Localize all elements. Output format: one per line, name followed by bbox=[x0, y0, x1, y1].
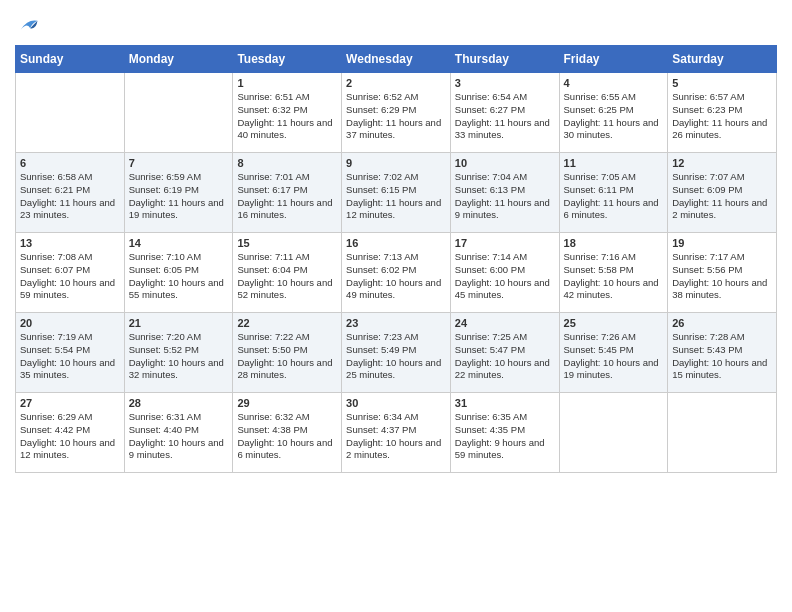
cell-content: Sunrise: 6:35 AMSunset: 4:35 PMDaylight:… bbox=[455, 411, 555, 462]
day-number: 28 bbox=[129, 397, 229, 409]
day-number: 15 bbox=[237, 237, 337, 249]
header-row: SundayMondayTuesdayWednesdayThursdayFrid… bbox=[16, 46, 777, 73]
cell-content: Sunrise: 7:25 AMSunset: 5:47 PMDaylight:… bbox=[455, 331, 555, 382]
day-number: 20 bbox=[20, 317, 120, 329]
day-number: 3 bbox=[455, 77, 555, 89]
day-number: 17 bbox=[455, 237, 555, 249]
cell-content: Sunrise: 6:34 AMSunset: 4:37 PMDaylight:… bbox=[346, 411, 446, 462]
calendar-cell: 22Sunrise: 7:22 AMSunset: 5:50 PMDayligh… bbox=[233, 313, 342, 393]
day-number: 24 bbox=[455, 317, 555, 329]
header bbox=[15, 10, 777, 37]
calendar-cell: 5Sunrise: 6:57 AMSunset: 6:23 PMDaylight… bbox=[668, 73, 777, 153]
calendar-cell: 20Sunrise: 7:19 AMSunset: 5:54 PMDayligh… bbox=[16, 313, 125, 393]
calendar-container: SundayMondayTuesdayWednesdayThursdayFrid… bbox=[0, 0, 792, 488]
calendar-cell: 2Sunrise: 6:52 AMSunset: 6:29 PMDaylight… bbox=[342, 73, 451, 153]
calendar-cell: 12Sunrise: 7:07 AMSunset: 6:09 PMDayligh… bbox=[668, 153, 777, 233]
weekday-header: Saturday bbox=[668, 46, 777, 73]
calendar-cell: 27Sunrise: 6:29 AMSunset: 4:42 PMDayligh… bbox=[16, 393, 125, 473]
weekday-header: Thursday bbox=[450, 46, 559, 73]
logo bbox=[15, 15, 39, 37]
calendar-cell: 4Sunrise: 6:55 AMSunset: 6:25 PMDaylight… bbox=[559, 73, 668, 153]
calendar-cell: 26Sunrise: 7:28 AMSunset: 5:43 PMDayligh… bbox=[668, 313, 777, 393]
day-number: 29 bbox=[237, 397, 337, 409]
day-number: 11 bbox=[564, 157, 664, 169]
calendar-cell: 1Sunrise: 6:51 AMSunset: 6:32 PMDaylight… bbox=[233, 73, 342, 153]
week-row: 27Sunrise: 6:29 AMSunset: 4:42 PMDayligh… bbox=[16, 393, 777, 473]
day-number: 21 bbox=[129, 317, 229, 329]
calendar-cell: 29Sunrise: 6:32 AMSunset: 4:38 PMDayligh… bbox=[233, 393, 342, 473]
calendar-cell: 23Sunrise: 7:23 AMSunset: 5:49 PMDayligh… bbox=[342, 313, 451, 393]
calendar-cell: 9Sunrise: 7:02 AMSunset: 6:15 PMDaylight… bbox=[342, 153, 451, 233]
calendar-cell bbox=[668, 393, 777, 473]
calendar-cell: 16Sunrise: 7:13 AMSunset: 6:02 PMDayligh… bbox=[342, 233, 451, 313]
weekday-header: Tuesday bbox=[233, 46, 342, 73]
cell-content: Sunrise: 7:20 AMSunset: 5:52 PMDaylight:… bbox=[129, 331, 229, 382]
day-number: 22 bbox=[237, 317, 337, 329]
cell-content: Sunrise: 6:52 AMSunset: 6:29 PMDaylight:… bbox=[346, 91, 446, 142]
day-number: 19 bbox=[672, 237, 772, 249]
day-number: 16 bbox=[346, 237, 446, 249]
cell-content: Sunrise: 7:13 AMSunset: 6:02 PMDaylight:… bbox=[346, 251, 446, 302]
calendar-cell: 6Sunrise: 6:58 AMSunset: 6:21 PMDaylight… bbox=[16, 153, 125, 233]
weekday-header: Wednesday bbox=[342, 46, 451, 73]
day-number: 1 bbox=[237, 77, 337, 89]
day-number: 8 bbox=[237, 157, 337, 169]
cell-content: Sunrise: 6:58 AMSunset: 6:21 PMDaylight:… bbox=[20, 171, 120, 222]
cell-content: Sunrise: 6:54 AMSunset: 6:27 PMDaylight:… bbox=[455, 91, 555, 142]
cell-content: Sunrise: 7:16 AMSunset: 5:58 PMDaylight:… bbox=[564, 251, 664, 302]
cell-content: Sunrise: 7:05 AMSunset: 6:11 PMDaylight:… bbox=[564, 171, 664, 222]
calendar-cell: 18Sunrise: 7:16 AMSunset: 5:58 PMDayligh… bbox=[559, 233, 668, 313]
day-number: 7 bbox=[129, 157, 229, 169]
weekday-header: Friday bbox=[559, 46, 668, 73]
day-number: 4 bbox=[564, 77, 664, 89]
day-number: 6 bbox=[20, 157, 120, 169]
day-number: 13 bbox=[20, 237, 120, 249]
cell-content: Sunrise: 7:28 AMSunset: 5:43 PMDaylight:… bbox=[672, 331, 772, 382]
calendar-cell: 13Sunrise: 7:08 AMSunset: 6:07 PMDayligh… bbox=[16, 233, 125, 313]
cell-content: Sunrise: 6:57 AMSunset: 6:23 PMDaylight:… bbox=[672, 91, 772, 142]
week-row: 20Sunrise: 7:19 AMSunset: 5:54 PMDayligh… bbox=[16, 313, 777, 393]
day-number: 9 bbox=[346, 157, 446, 169]
day-number: 25 bbox=[564, 317, 664, 329]
calendar-cell: 31Sunrise: 6:35 AMSunset: 4:35 PMDayligh… bbox=[450, 393, 559, 473]
cell-content: Sunrise: 7:08 AMSunset: 6:07 PMDaylight:… bbox=[20, 251, 120, 302]
day-number: 27 bbox=[20, 397, 120, 409]
calendar-cell: 7Sunrise: 6:59 AMSunset: 6:19 PMDaylight… bbox=[124, 153, 233, 233]
cell-content: Sunrise: 7:02 AMSunset: 6:15 PMDaylight:… bbox=[346, 171, 446, 222]
weekday-header: Sunday bbox=[16, 46, 125, 73]
calendar-cell: 11Sunrise: 7:05 AMSunset: 6:11 PMDayligh… bbox=[559, 153, 668, 233]
cell-content: Sunrise: 6:51 AMSunset: 6:32 PMDaylight:… bbox=[237, 91, 337, 142]
cell-content: Sunrise: 7:04 AMSunset: 6:13 PMDaylight:… bbox=[455, 171, 555, 222]
week-row: 13Sunrise: 7:08 AMSunset: 6:07 PMDayligh… bbox=[16, 233, 777, 313]
day-number: 5 bbox=[672, 77, 772, 89]
cell-content: Sunrise: 7:01 AMSunset: 6:17 PMDaylight:… bbox=[237, 171, 337, 222]
day-number: 31 bbox=[455, 397, 555, 409]
day-number: 12 bbox=[672, 157, 772, 169]
logo-bird-icon bbox=[17, 15, 39, 37]
calendar-cell: 3Sunrise: 6:54 AMSunset: 6:27 PMDaylight… bbox=[450, 73, 559, 153]
cell-content: Sunrise: 6:29 AMSunset: 4:42 PMDaylight:… bbox=[20, 411, 120, 462]
cell-content: Sunrise: 7:22 AMSunset: 5:50 PMDaylight:… bbox=[237, 331, 337, 382]
cell-content: Sunrise: 6:32 AMSunset: 4:38 PMDaylight:… bbox=[237, 411, 337, 462]
cell-content: Sunrise: 7:14 AMSunset: 6:00 PMDaylight:… bbox=[455, 251, 555, 302]
day-number: 10 bbox=[455, 157, 555, 169]
day-number: 30 bbox=[346, 397, 446, 409]
cell-content: Sunrise: 7:19 AMSunset: 5:54 PMDaylight:… bbox=[20, 331, 120, 382]
calendar-table: SundayMondayTuesdayWednesdayThursdayFrid… bbox=[15, 45, 777, 473]
calendar-cell bbox=[16, 73, 125, 153]
calendar-cell: 25Sunrise: 7:26 AMSunset: 5:45 PMDayligh… bbox=[559, 313, 668, 393]
calendar-cell: 10Sunrise: 7:04 AMSunset: 6:13 PMDayligh… bbox=[450, 153, 559, 233]
calendar-cell: 17Sunrise: 7:14 AMSunset: 6:00 PMDayligh… bbox=[450, 233, 559, 313]
calendar-cell bbox=[559, 393, 668, 473]
day-number: 2 bbox=[346, 77, 446, 89]
calendar-cell: 30Sunrise: 6:34 AMSunset: 4:37 PMDayligh… bbox=[342, 393, 451, 473]
cell-content: Sunrise: 6:55 AMSunset: 6:25 PMDaylight:… bbox=[564, 91, 664, 142]
cell-content: Sunrise: 7:10 AMSunset: 6:05 PMDaylight:… bbox=[129, 251, 229, 302]
week-row: 1Sunrise: 6:51 AMSunset: 6:32 PMDaylight… bbox=[16, 73, 777, 153]
calendar-cell: 21Sunrise: 7:20 AMSunset: 5:52 PMDayligh… bbox=[124, 313, 233, 393]
calendar-cell bbox=[124, 73, 233, 153]
calendar-cell: 8Sunrise: 7:01 AMSunset: 6:17 PMDaylight… bbox=[233, 153, 342, 233]
day-number: 23 bbox=[346, 317, 446, 329]
cell-content: Sunrise: 7:11 AMSunset: 6:04 PMDaylight:… bbox=[237, 251, 337, 302]
weekday-header: Monday bbox=[124, 46, 233, 73]
